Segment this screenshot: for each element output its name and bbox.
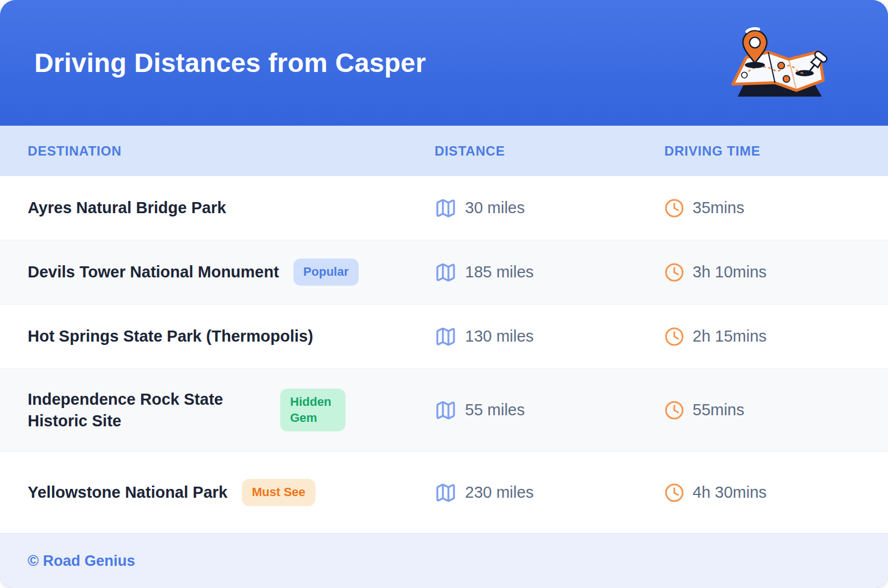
destination-cell: Ayres Natural Bridge Park	[28, 197, 435, 218]
distance-cell: 130 miles	[435, 326, 664, 348]
distance-value: 55 miles	[465, 401, 525, 419]
page-title: Driving Distances from Casper	[34, 48, 426, 78]
hero-header: Driving Distances from Casper	[0, 0, 888, 126]
destination-cell: Devils Tower National Monument Popular	[28, 259, 435, 286]
destination-cell: Independence Rock State Historic Site Hi…	[28, 389, 435, 431]
driving-distances-card: Driving Distances from Casper	[0, 0, 888, 588]
map-route-illustration	[725, 19, 830, 107]
distance-value: 230 miles	[465, 483, 534, 502]
table-row: Yellowstone National Park Must See 230 m…	[0, 452, 888, 533]
map-icon	[435, 326, 457, 348]
map-icon	[435, 197, 457, 219]
row-badge: Popular	[293, 259, 359, 286]
clock-icon	[664, 327, 684, 347]
row-badge: Must See	[242, 479, 316, 506]
table-body: Ayres Natural Bridge Park 30 miles 35min…	[0, 176, 888, 533]
row-badge: Hidden Gem	[280, 389, 345, 431]
destination-cell: Hot Springs State Park (Thermopolis)	[28, 326, 435, 347]
table-footer: © Road Genius	[0, 533, 888, 588]
clock-icon	[664, 262, 684, 282]
table-row: Hot Springs State Park (Thermopolis) 130…	[0, 305, 888, 369]
table-row: Ayres Natural Bridge Park 30 miles 35min…	[0, 176, 888, 240]
credit-text: © Road Genius	[28, 553, 135, 570]
destination-name: Hot Springs State Park (Thermopolis)	[28, 326, 313, 347]
driving-time-cell: 3h 10mins	[664, 262, 888, 282]
column-header-driving-time: DRIVING TIME	[664, 143, 888, 159]
driving-time-value: 2h 15mins	[693, 327, 767, 345]
column-header-distance: DISTANCE	[435, 143, 664, 159]
distance-value: 130 miles	[465, 327, 534, 345]
distance-value: 185 miles	[465, 263, 534, 281]
driving-time-value: 3h 10mins	[693, 263, 767, 281]
distance-cell: 185 miles	[435, 261, 664, 283]
map-icon	[435, 399, 457, 421]
driving-time-value: 4h 30mins	[693, 483, 767, 502]
distance-cell: 55 miles	[435, 399, 664, 421]
distance-cell: 30 miles	[435, 197, 664, 219]
destination-name: Yellowstone National Park	[28, 482, 228, 503]
driving-time-cell: 2h 15mins	[664, 327, 888, 347]
map-icon	[435, 482, 457, 504]
table-row: Independence Rock State Historic Site Hi…	[0, 369, 888, 452]
column-header-destination: DESTINATION	[28, 143, 435, 159]
table-row: Devils Tower National Monument Popular 1…	[0, 240, 888, 305]
table-column-header: DESTINATION DISTANCE DRIVING TIME	[0, 126, 888, 176]
destination-name: Ayres Natural Bridge Park	[28, 197, 226, 218]
driving-time-cell: 4h 30mins	[664, 483, 888, 503]
distance-value: 30 miles	[465, 199, 525, 217]
driving-time-cell: 55mins	[664, 400, 888, 420]
driving-time-value: 35mins	[693, 199, 745, 217]
driving-time-value: 55mins	[693, 401, 745, 419]
clock-icon	[664, 483, 684, 503]
clock-icon	[664, 198, 684, 218]
map-icon	[435, 261, 457, 283]
destination-name: Independence Rock State Historic Site	[28, 389, 266, 431]
clock-icon	[664, 400, 684, 420]
distance-cell: 230 miles	[435, 482, 664, 504]
destination-cell: Yellowstone National Park Must See	[28, 479, 435, 506]
driving-time-cell: 35mins	[664, 198, 888, 218]
destination-name: Devils Tower National Monument	[28, 261, 279, 282]
